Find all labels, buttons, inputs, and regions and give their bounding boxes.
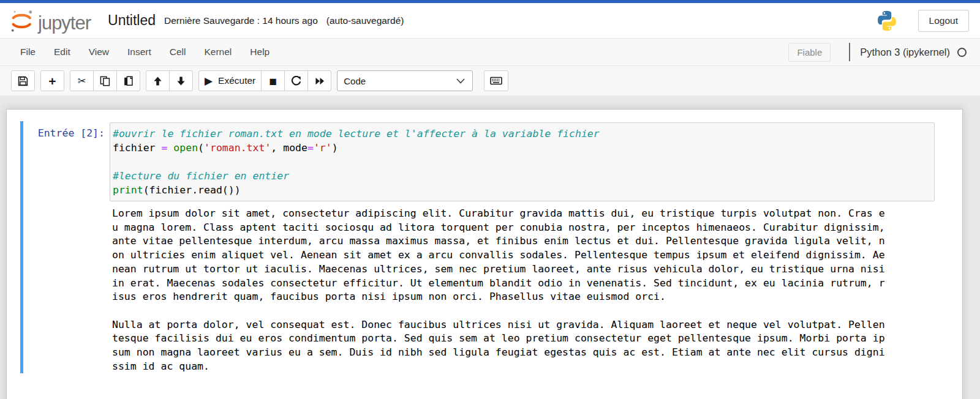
stop-icon: ■ [269, 75, 277, 88]
command-palette-button[interactable] [484, 70, 508, 91]
menu-cell[interactable]: Cell [160, 39, 195, 65]
notebook-container: Entrée [2]: #ouvrir le fichier roman.txt… [6, 109, 963, 399]
arrow-down-icon [176, 76, 186, 86]
output-prompt-spacer [23, 207, 110, 212]
cell-type-value: Code [344, 76, 366, 86]
move-cell-up-button[interactable] [146, 70, 170, 91]
python-logo-icon [875, 9, 899, 32]
keyboard-icon [490, 76, 502, 86]
cut-cell-button[interactable]: ✂ [70, 70, 94, 91]
jupyter-logo[interactable]: jupyter [9, 8, 91, 34]
header: jupyter Untitled Dernière Sauvegarde : 1… [0, 3, 980, 38]
jupyter-planet-icon [9, 8, 34, 34]
restart-icon [291, 76, 301, 86]
trusted-notebook-button[interactable]: Fiable [788, 43, 831, 62]
jupyter-logo-text: jupyter [38, 13, 91, 34]
cell-output-text: Lorem ipsum dolor sit amet, consectetur … [110, 207, 885, 373]
kernel-status-icon [957, 48, 967, 57]
menu-help[interactable]: Help [241, 39, 279, 65]
menu-kernel[interactable]: Kernel [195, 39, 241, 65]
add-cell-button[interactable]: + [40, 70, 64, 91]
last-saved-status: Dernière Sauvegarde : 14 hours ago [164, 15, 318, 26]
input-prompt: Entrée [2]: [23, 122, 110, 139]
interrupt-kernel-button[interactable]: ■ [261, 70, 285, 91]
move-cell-down-button[interactable] [169, 70, 193, 91]
logout-button[interactable]: Logout [918, 10, 969, 32]
run-button-label: Exécuter [218, 75, 255, 86]
restart-run-all-button[interactable] [307, 70, 331, 91]
paste-cell-button[interactable] [116, 70, 140, 91]
kernel-name[interactable]: Python 3 (ipykernel) [860, 47, 950, 58]
kernel-divider [849, 43, 850, 61]
scissors-icon: ✂ [77, 76, 86, 86]
save-icon [18, 76, 28, 86]
autosave-status: (auto-sauvegardé) [326, 15, 404, 26]
notebook-scroll-area[interactable]: Entrée [2]: #ouvrir le fichier roman.txt… [0, 96, 980, 399]
code-editor[interactable]: #ouvrir le fichier roman.txt en mode lec… [110, 122, 935, 201]
menu-view[interactable]: View [80, 39, 118, 65]
copy-icon [100, 76, 110, 86]
chevron-down-icon [456, 78, 465, 84]
save-button[interactable] [11, 70, 35, 91]
selected-code-cell[interactable]: Entrée [2]: #ouvrir le fichier roman.txt… [20, 121, 935, 373]
menu-file[interactable]: File [11, 39, 45, 65]
cell-type-select[interactable]: Code [337, 70, 473, 91]
toolbar: + ✂ [0, 66, 980, 96]
paste-icon [123, 76, 134, 86]
run-cell-button[interactable]: ▶ Exécuter [198, 70, 262, 91]
menu-edit[interactable]: Edit [45, 39, 80, 65]
plus-icon: + [48, 75, 56, 88]
menu-insert[interactable]: Insert [118, 39, 160, 65]
play-icon: ▶ [205, 76, 213, 86]
restart-kernel-button[interactable] [284, 70, 308, 91]
notebook-title[interactable]: Untitled [108, 12, 156, 29]
copy-cell-button[interactable] [93, 70, 117, 91]
arrow-up-icon [153, 76, 162, 86]
menubar: File Edit View Insert Cell Kernel Help F… [0, 38, 980, 66]
fast-forward-icon [315, 76, 325, 86]
